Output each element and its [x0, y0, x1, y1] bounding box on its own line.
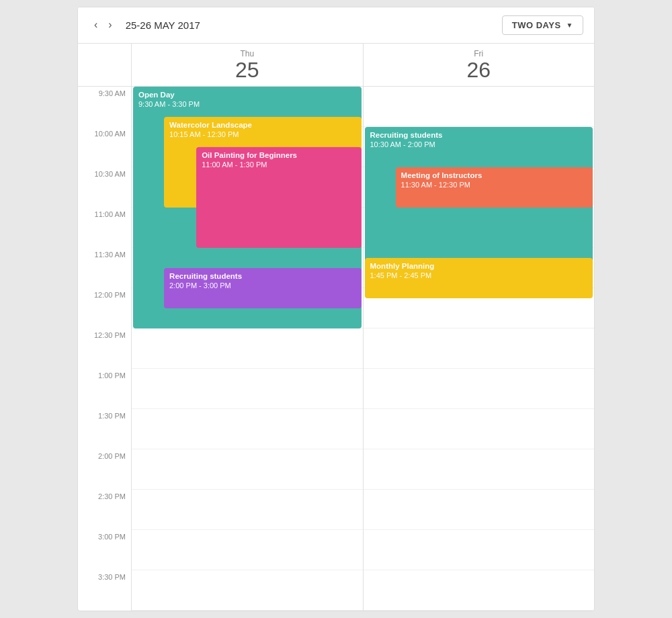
- time-slot: 10:00 AM: [78, 127, 131, 167]
- time-slot: 3:00 PM: [78, 530, 131, 570]
- time-gutter: 9:30 AM 10:00 AM 10:30 AM 11:00 AM 11:30…: [78, 87, 132, 611]
- calendar-body: 9:30 AM 10:00 AM 10:30 AM 11:00 AM 11:30…: [78, 87, 594, 611]
- prev-button[interactable]: ‹: [89, 16, 103, 34]
- time-slot: 11:00 AM: [78, 208, 131, 248]
- time-slot: 3:30 PM: [78, 570, 131, 611]
- day-header-thu: Thu 25: [132, 44, 364, 86]
- time-slot: 2:00 PM: [78, 449, 131, 490]
- event-oil-painting[interactable]: Oil Painting for Beginners 11:00 AM - 1:…: [196, 147, 361, 248]
- day-column-thu: Open Day 9:30 AM - 3:30 PM Watercolor La…: [132, 87, 364, 611]
- view-dropdown-button[interactable]: TWO DAYS ▼: [502, 15, 583, 35]
- next-button[interactable]: ›: [103, 16, 117, 34]
- view-label: TWO DAYS: [512, 20, 561, 30]
- day-column-fri: Recruiting students 10:30 AM - 2:00 PM M…: [364, 87, 595, 611]
- calendar-container: ‹ › 25-26 MAY 2017 TWO DAYS ▼ Thu 25 Fri…: [77, 7, 595, 611]
- calendar-header: ‹ › 25-26 MAY 2017 TWO DAYS ▼: [78, 7, 594, 44]
- event-meeting-instructors[interactable]: Meeting of Instructors 11:30 AM - 12:30 …: [396, 167, 593, 208]
- time-slot: 2:30 PM: [78, 490, 131, 530]
- chevron-down-icon: ▼: [566, 21, 573, 29]
- day-number-fri: 26: [364, 58, 595, 82]
- time-slot: 12:30 PM: [78, 328, 131, 369]
- time-slot: 11:30 AM: [78, 248, 131, 288]
- event-recruiting-thu[interactable]: Recruiting students 2:00 PM - 3:00 PM: [164, 268, 361, 308]
- date-range-label: 25-26 MAY 2017: [126, 19, 502, 31]
- day-header-fri: Fri 26: [364, 44, 595, 86]
- time-slot: 12:00 PM: [78, 288, 131, 328]
- event-monthly-planning[interactable]: Monthly Planning 1:45 PM - 2:45 PM: [365, 258, 593, 298]
- day-headers: Thu 25 Fri 26: [78, 44, 594, 87]
- time-slot: 9:30 AM: [78, 87, 131, 127]
- day-number-thu: 25: [132, 58, 363, 82]
- time-slot: 10:30 AM: [78, 167, 131, 208]
- days-grid: Open Day 9:30 AM - 3:30 PM Watercolor La…: [132, 87, 594, 611]
- time-gutter-header: [78, 44, 132, 86]
- time-slot: 1:00 PM: [78, 369, 131, 409]
- day-name-thu: Thu: [132, 49, 363, 58]
- day-name-fri: Fri: [364, 49, 595, 58]
- time-slot: 1:30 PM: [78, 409, 131, 449]
